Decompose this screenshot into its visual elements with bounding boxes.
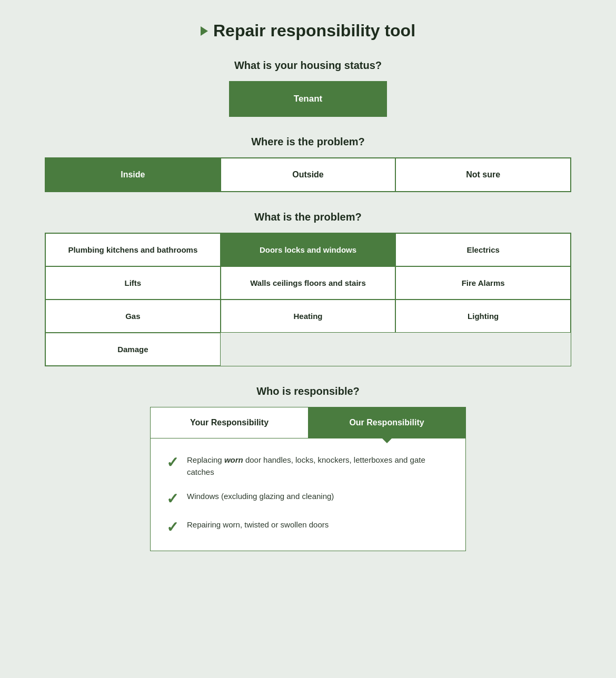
checkmark-icon-2: ✓: [166, 492, 178, 506]
location-outside[interactable]: Outside: [221, 158, 396, 192]
page-title-area: Repair responsibility tool: [45, 21, 571, 41]
problem-plumbing[interactable]: Plumbing kitchens and bathrooms: [45, 233, 221, 266]
problem-doors[interactable]: Doors locks and windows: [221, 233, 396, 266]
checkmark-icon-3: ✓: [166, 520, 178, 535]
resp-text-2: Windows (excluding glazing and cleaning): [187, 491, 334, 503]
resp-text-1: Replacing worn door handles, locks, knoc…: [187, 454, 450, 478]
resp-text-3: Repairing worn, twisted or swollen doors: [187, 519, 329, 531]
location-section: Where is the problem? Inside Outside Not…: [45, 136, 571, 192]
tab-our-responsibility[interactable]: Our Responsibility: [308, 407, 465, 438]
responsibility-section: Who is responsible? Your Responsibility …: [45, 385, 571, 551]
housing-status-section: What is your housing status? Tenant: [45, 59, 571, 117]
location-grid: Inside Outside Not sure: [45, 157, 571, 192]
checkmark-icon-1: ✓: [166, 455, 178, 470]
main-container: Repair responsibility tool What is your …: [45, 21, 571, 657]
responsibility-content: ✓ Replacing worn door handles, locks, kn…: [150, 438, 466, 551]
location-question: Where is the problem?: [45, 136, 571, 148]
responsibility-tabs: Your Responsibility Our Responsibility: [150, 407, 466, 438]
housing-question: What is your housing status?: [45, 59, 571, 72]
resp-item-3: ✓ Repairing worn, twisted or swollen doo…: [166, 519, 450, 535]
problem-fire-alarms[interactable]: Fire Alarms: [395, 266, 571, 300]
problem-electrics[interactable]: Electrics: [395, 233, 571, 266]
housing-btn-wrap: Tenant: [45, 81, 571, 117]
problem-lifts[interactable]: Lifts: [45, 266, 221, 300]
resp-item-2: ✓ Windows (excluding glazing and cleanin…: [166, 491, 450, 506]
location-not-sure[interactable]: Not sure: [395, 158, 571, 192]
responsibility-question: Who is responsible?: [45, 385, 571, 397]
tenant-button[interactable]: Tenant: [229, 81, 387, 117]
problem-walls[interactable]: Walls ceilings floors and stairs: [221, 266, 396, 300]
location-inside[interactable]: Inside: [45, 158, 221, 192]
page-title: Repair responsibility tool: [213, 21, 415, 41]
problem-damage[interactable]: Damage: [45, 333, 221, 366]
responsibility-wrap: Your Responsibility Our Responsibility ✓…: [45, 407, 571, 551]
problem-section: What is the problem? Plumbing kitchens a…: [45, 211, 571, 366]
problem-lighting[interactable]: Lighting: [395, 300, 571, 333]
problem-heating[interactable]: Heating: [221, 300, 396, 333]
resp-item-1: ✓ Replacing worn door handles, locks, kn…: [166, 454, 450, 478]
problem-question: What is the problem?: [45, 211, 571, 223]
title-triangle-icon: [201, 26, 208, 36]
problem-gas[interactable]: Gas: [45, 300, 221, 333]
tab-your-responsibility[interactable]: Your Responsibility: [151, 407, 308, 438]
problem-grid: Plumbing kitchens and bathrooms Doors lo…: [45, 233, 571, 366]
